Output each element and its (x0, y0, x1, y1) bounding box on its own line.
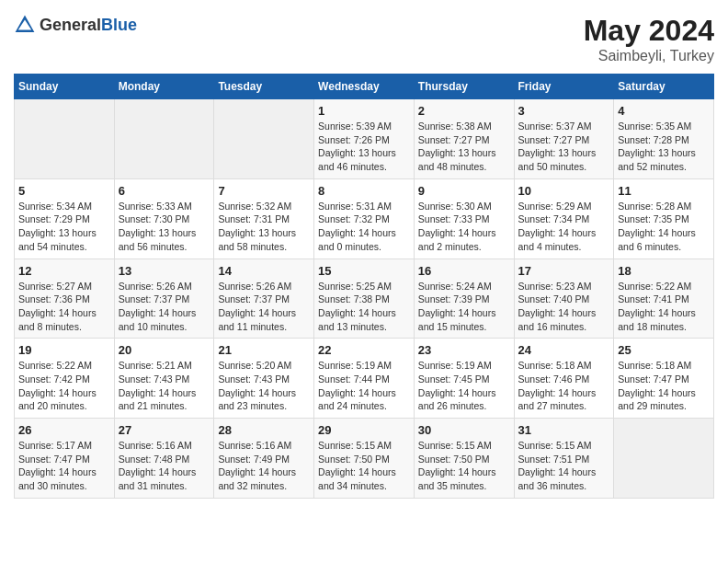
calendar-cell: 17Sunrise: 5:23 AMSunset: 7:40 PMDayligh… (514, 259, 614, 339)
day-number: 14 (218, 264, 310, 278)
day-number: 26 (18, 423, 110, 437)
cell-content: Sunrise: 5:33 AMSunset: 7:30 PMDaylight:… (119, 200, 210, 254)
cell-content: Sunrise: 5:30 AMSunset: 7:33 PMDaylight:… (418, 200, 510, 254)
day-number: 6 (119, 184, 210, 198)
cell-content: Sunrise: 5:34 AMSunset: 7:29 PMDaylight:… (18, 200, 110, 254)
calendar-cell (114, 99, 214, 179)
week-row-5: 26Sunrise: 5:17 AMSunset: 7:47 PMDayligh… (15, 419, 714, 499)
day-number: 1 (318, 104, 410, 118)
calendar-cell: 4Sunrise: 5:35 AMSunset: 7:28 PMDaylight… (614, 99, 714, 179)
day-number: 16 (418, 264, 510, 278)
cell-content: Sunrise: 5:31 AMSunset: 7:32 PMDaylight:… (318, 200, 410, 254)
calendar-cell: 20Sunrise: 5:21 AMSunset: 7:43 PMDayligh… (114, 339, 214, 419)
calendar-cell: 18Sunrise: 5:22 AMSunset: 7:41 PMDayligh… (614, 259, 714, 339)
calendar-cell: 21Sunrise: 5:20 AMSunset: 7:43 PMDayligh… (214, 339, 314, 419)
cell-content: Sunrise: 5:39 AMSunset: 7:26 PMDaylight:… (318, 120, 410, 174)
day-header-thursday: Thursday (414, 75, 514, 99)
day-number: 15 (318, 264, 410, 278)
calendar-cell: 16Sunrise: 5:24 AMSunset: 7:39 PMDayligh… (414, 259, 514, 339)
calendar-cell: 14Sunrise: 5:26 AMSunset: 7:37 PMDayligh… (214, 259, 314, 339)
cell-content: Sunrise: 5:17 AMSunset: 7:47 PMDaylight:… (18, 439, 110, 493)
calendar-cell: 29Sunrise: 5:15 AMSunset: 7:50 PMDayligh… (314, 419, 415, 499)
day-number: 28 (218, 423, 310, 437)
calendar-cell: 23Sunrise: 5:19 AMSunset: 7:45 PMDayligh… (414, 339, 514, 419)
calendar-cell: 1Sunrise: 5:39 AMSunset: 7:26 PMDaylight… (314, 99, 415, 179)
calendar-table: SundayMondayTuesdayWednesdayThursdayFrid… (14, 74, 714, 499)
cell-content: Sunrise: 5:29 AMSunset: 7:34 PMDaylight:… (518, 200, 610, 254)
calendar-cell: 9Sunrise: 5:30 AMSunset: 7:33 PMDaylight… (414, 178, 514, 259)
day-number: 18 (618, 264, 710, 278)
day-number: 31 (518, 423, 610, 437)
calendar-cell: 22Sunrise: 5:19 AMSunset: 7:44 PMDayligh… (314, 339, 415, 419)
calendar-cell: 2Sunrise: 5:38 AMSunset: 7:27 PMDaylight… (414, 99, 514, 179)
calendar-cell: 5Sunrise: 5:34 AMSunset: 7:29 PMDaylight… (15, 178, 115, 259)
day-number: 12 (18, 264, 110, 278)
cell-content: Sunrise: 5:38 AMSunset: 7:27 PMDaylight:… (418, 120, 510, 174)
calendar-cell: 15Sunrise: 5:25 AMSunset: 7:38 PMDayligh… (314, 259, 415, 339)
day-header-sunday: Sunday (15, 75, 115, 99)
day-number: 13 (119, 264, 210, 278)
day-header-saturday: Saturday (614, 75, 714, 99)
cell-content: Sunrise: 5:25 AMSunset: 7:38 PMDaylight:… (318, 280, 410, 334)
day-number: 8 (318, 184, 410, 198)
calendar-cell: 12Sunrise: 5:27 AMSunset: 7:36 PMDayligh… (15, 259, 115, 339)
week-row-3: 12Sunrise: 5:27 AMSunset: 7:36 PMDayligh… (15, 259, 714, 339)
day-number: 10 (518, 184, 610, 198)
day-number: 4 (618, 104, 710, 118)
cell-content: Sunrise: 5:18 AMSunset: 7:47 PMDaylight:… (618, 359, 710, 413)
cell-content: Sunrise: 5:27 AMSunset: 7:36 PMDaylight:… (18, 280, 110, 334)
cell-content: Sunrise: 5:19 AMSunset: 7:44 PMDaylight:… (318, 359, 410, 413)
cell-content: Sunrise: 5:28 AMSunset: 7:35 PMDaylight:… (618, 200, 710, 254)
day-number: 17 (518, 264, 610, 278)
calendar-cell: 30Sunrise: 5:15 AMSunset: 7:50 PMDayligh… (414, 419, 514, 499)
week-row-2: 5Sunrise: 5:34 AMSunset: 7:29 PMDaylight… (15, 178, 714, 259)
location: Saimbeyli, Turkey (584, 48, 714, 64)
cell-content: Sunrise: 5:16 AMSunset: 7:48 PMDaylight:… (119, 439, 210, 493)
cell-content: Sunrise: 5:20 AMSunset: 7:43 PMDaylight:… (218, 359, 310, 413)
calendar-cell (214, 99, 314, 179)
day-number: 11 (618, 184, 710, 198)
logo-icon (14, 14, 36, 36)
title-block: May 2024 Saimbeyli, Turkey (584, 14, 714, 64)
cell-content: Sunrise: 5:21 AMSunset: 7:43 PMDaylight:… (119, 359, 210, 413)
day-number: 29 (318, 423, 410, 437)
calendar-cell: 13Sunrise: 5:26 AMSunset: 7:37 PMDayligh… (114, 259, 214, 339)
cell-content: Sunrise: 5:23 AMSunset: 7:40 PMDaylight:… (518, 280, 610, 334)
calendar-cell: 8Sunrise: 5:31 AMSunset: 7:32 PMDaylight… (314, 178, 415, 259)
cell-content: Sunrise: 5:26 AMSunset: 7:37 PMDaylight:… (218, 280, 310, 334)
cell-content: Sunrise: 5:15 AMSunset: 7:50 PMDaylight:… (318, 439, 410, 493)
logo-blue: Blue (101, 16, 137, 34)
cell-content: Sunrise: 5:15 AMSunset: 7:50 PMDaylight:… (418, 439, 510, 493)
calendar-cell: 25Sunrise: 5:18 AMSunset: 7:47 PMDayligh… (614, 339, 714, 419)
cell-content: Sunrise: 5:35 AMSunset: 7:28 PMDaylight:… (618, 120, 710, 174)
calendar-cell (614, 419, 714, 499)
calendar-cell (15, 99, 115, 179)
calendar-cell: 11Sunrise: 5:28 AMSunset: 7:35 PMDayligh… (614, 178, 714, 259)
day-number: 21 (218, 343, 310, 357)
calendar-cell: 31Sunrise: 5:15 AMSunset: 7:51 PMDayligh… (514, 419, 614, 499)
cell-content: Sunrise: 5:37 AMSunset: 7:27 PMDaylight:… (518, 120, 610, 174)
day-number: 5 (18, 184, 110, 198)
day-number: 7 (218, 184, 310, 198)
calendar-cell: 3Sunrise: 5:37 AMSunset: 7:27 PMDaylight… (514, 99, 614, 179)
calendar-cell: 24Sunrise: 5:18 AMSunset: 7:46 PMDayligh… (514, 339, 614, 419)
day-header-wednesday: Wednesday (314, 75, 415, 99)
calendar-cell: 7Sunrise: 5:32 AMSunset: 7:31 PMDaylight… (214, 178, 314, 259)
day-header-tuesday: Tuesday (214, 75, 314, 99)
page-header: GeneralBlue May 2024 Saimbeyli, Turkey (14, 14, 714, 64)
day-number: 19 (18, 343, 110, 357)
logo: GeneralBlue (14, 14, 137, 36)
day-header-monday: Monday (114, 75, 214, 99)
days-header-row: SundayMondayTuesdayWednesdayThursdayFrid… (15, 75, 714, 99)
calendar-cell: 28Sunrise: 5:16 AMSunset: 7:49 PMDayligh… (214, 419, 314, 499)
cell-content: Sunrise: 5:22 AMSunset: 7:41 PMDaylight:… (618, 280, 710, 334)
calendar-cell: 19Sunrise: 5:22 AMSunset: 7:42 PMDayligh… (15, 339, 115, 419)
week-row-4: 19Sunrise: 5:22 AMSunset: 7:42 PMDayligh… (15, 339, 714, 419)
cell-content: Sunrise: 5:22 AMSunset: 7:42 PMDaylight:… (18, 359, 110, 413)
day-number: 3 (518, 104, 610, 118)
day-number: 2 (418, 104, 510, 118)
day-number: 30 (418, 423, 510, 437)
day-number: 9 (418, 184, 510, 198)
cell-content: Sunrise: 5:15 AMSunset: 7:51 PMDaylight:… (518, 439, 610, 493)
calendar-cell: 6Sunrise: 5:33 AMSunset: 7:30 PMDaylight… (114, 178, 214, 259)
